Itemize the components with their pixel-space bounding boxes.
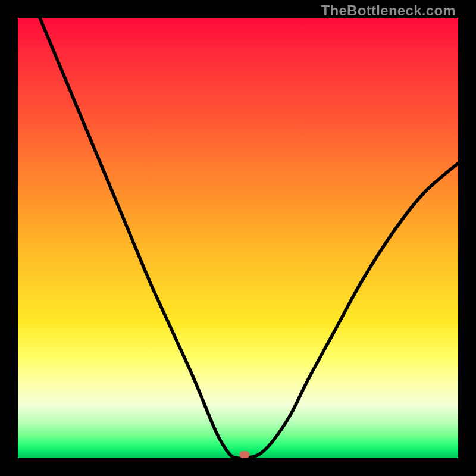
plot-area xyxy=(18,18,458,458)
watermark-text: TheBottleneck.com xyxy=(321,2,456,19)
optimum-marker xyxy=(240,451,250,458)
bottleneck-curve xyxy=(18,18,458,458)
chart-frame: TheBottleneck.com xyxy=(0,0,476,476)
